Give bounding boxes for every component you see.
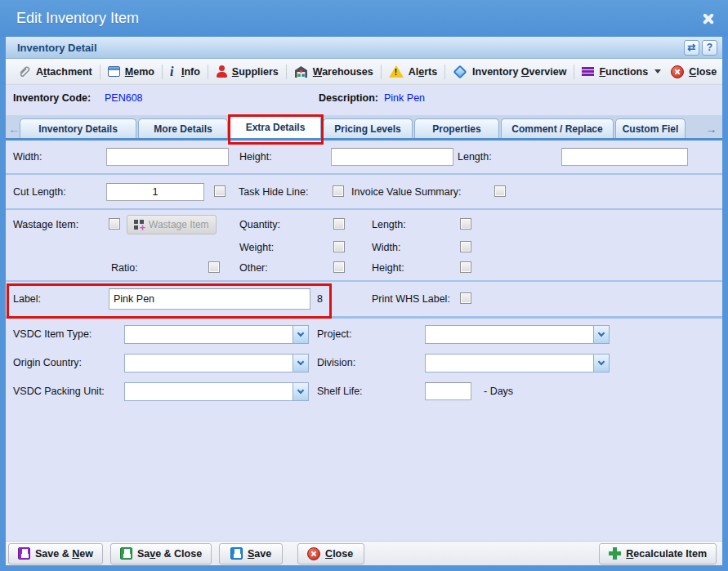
save-and-close-button[interactable]: Save & Close: [110, 543, 212, 564]
print-whs-label-label: Print WHS Label:: [372, 293, 450, 305]
chevron-down-icon: [293, 326, 308, 343]
wastage-item-label: Wastage Item:: [13, 219, 78, 230]
tab-pricing-levels[interactable]: Pricing Levels: [323, 118, 413, 138]
tab-inventory-details[interactable]: Inventory Details: [20, 118, 136, 138]
width-label: Width:: [13, 151, 42, 163]
refresh-button[interactable]: [684, 40, 699, 56]
description-label: Description:: [319, 92, 378, 104]
close-icon: [307, 547, 320, 560]
selects-block: VSDC Item Type: Project: Origin Country:…: [6, 319, 722, 410]
tab-scroll-right-button[interactable]: [704, 122, 718, 136]
description-value: Pink Pen: [384, 92, 425, 104]
dialog-frame: Inventory Detail Attachment Memo: [6, 37, 722, 565]
toolbar-separator: [444, 65, 445, 79]
extra-details-panel: Width: Height: Length: Cut Length: Task …: [6, 141, 722, 541]
quantity-checkbox[interactable]: [333, 218, 345, 230]
label-label: Label:: [13, 293, 41, 305]
other-label: Other:: [239, 262, 268, 274]
vsdc-item-type-select[interactable]: [124, 325, 309, 344]
toolbar-item-warehouses[interactable]: Warehouses: [289, 63, 378, 80]
cut-length-input[interactable]: [106, 183, 204, 201]
project-select[interactable]: [425, 325, 610, 344]
label-row: Label: 8 Print WHS Label:: [6, 282, 722, 319]
toolbar-item-alerts[interactable]: Alerts: [384, 63, 442, 80]
print-whs-label-checkbox[interactable]: [460, 292, 471, 304]
toolbar-item-label: Alerts: [409, 66, 437, 78]
panel-header-buttons: [684, 40, 717, 56]
diamond-icon: [453, 65, 467, 78]
wastage-item-checkbox[interactable]: [109, 218, 120, 230]
toolbar-item-info[interactable]: Info: [165, 64, 205, 80]
button-label: Close: [325, 548, 353, 560]
panel-header: Inventory Detail: [6, 37, 722, 59]
green-floppy-icon: [120, 547, 132, 560]
tab-extra-details[interactable]: Extra Details: [230, 115, 321, 138]
save-button[interactable]: Save: [219, 543, 283, 564]
wastage-item-button[interactable]: Wastage Item: [127, 215, 217, 234]
close-button[interactable]: Close: [297, 543, 364, 564]
weight-checkbox[interactable]: [333, 241, 345, 252]
toolbar-close-button[interactable]: Close: [666, 63, 721, 81]
height-label: Height:: [239, 151, 272, 163]
ratio-checkbox[interactable]: [208, 261, 220, 273]
chevron-down-icon: [293, 383, 308, 400]
vsdc-packing-unit-label: VSDC Packing Unit:: [13, 386, 105, 397]
suppliers-icon: [216, 65, 227, 78]
cut-length-label: Cut Length:: [13, 186, 66, 198]
wastage-height-label: Height:: [372, 262, 404, 274]
width-input[interactable]: [106, 148, 229, 166]
wastage-length-checkbox[interactable]: [460, 218, 471, 230]
toolbar-item-suppliers[interactable]: Suppliers: [211, 63, 284, 80]
other-checkbox[interactable]: [333, 261, 345, 273]
toolbar-item-functions[interactable]: Functions: [577, 64, 666, 80]
division-select[interactable]: [425, 354, 610, 372]
invoice-value-summary-checkbox[interactable]: [494, 185, 506, 197]
vsdc-packing-unit-select[interactable]: [124, 382, 309, 401]
titlebar: Edit Inventory Item: [0, 0, 728, 37]
length-input[interactable]: [561, 148, 688, 166]
toolbar-item-memo[interactable]: Memo: [103, 64, 159, 80]
warehouses-icon: [294, 65, 308, 78]
alert-triangle-icon: [389, 65, 404, 78]
task-hide-line-checkbox[interactable]: [333, 185, 344, 197]
toolbar-separator: [574, 65, 574, 79]
tab-properties[interactable]: Properties: [414, 118, 499, 138]
shelf-life-input[interactable]: [425, 382, 471, 400]
wastage-row: Wastage Item: Wastage Item Quantity: Len…: [6, 210, 722, 282]
toolbar-item-inventory-overview[interactable]: Inventory Overview: [448, 64, 571, 80]
dimensions-row: Width: Height: Length:: [6, 141, 722, 175]
origin-country-label: Origin Country:: [13, 357, 82, 368]
inventory-code-label: Inventory Code:: [13, 92, 91, 104]
toolbar-item-label: Warehouses: [313, 66, 373, 78]
panel-title: Inventory Detail: [17, 42, 97, 54]
tab-strip: Inventory Details More Details Extra Det…: [6, 110, 722, 141]
project-label: Project:: [317, 328, 351, 340]
window-close-icon[interactable]: [700, 11, 717, 27]
close-icon: [671, 65, 684, 78]
tab-more-details[interactable]: More Details: [138, 118, 228, 138]
help-button[interactable]: [702, 40, 717, 56]
toolbar-item-attachment[interactable]: Attachment: [13, 63, 97, 81]
footer-bar: Save & New Save & Close Save Close Recal…: [6, 541, 722, 565]
toolbar-separator: [381, 65, 382, 79]
recalculate-item-button[interactable]: Recalculate Item: [599, 543, 717, 564]
chevron-down-icon: [654, 69, 661, 74]
toolbar-separator: [100, 65, 100, 79]
toolbar-item-label: Functions: [599, 66, 648, 78]
tab-comment-replace[interactable]: Comment / Replace: [501, 118, 614, 138]
window-title: Edit Inventory Item: [16, 10, 139, 27]
wastage-height-checkbox[interactable]: [460, 261, 471, 273]
origin-country-select[interactable]: [124, 354, 309, 372]
invoice-value-summary-label: Invoice Value Summary:: [351, 186, 462, 198]
height-input[interactable]: [331, 148, 453, 166]
tab-custom-fields[interactable]: Custom Fiel: [615, 118, 686, 138]
save-and-new-button[interactable]: Save & New: [8, 543, 103, 564]
info-icon: [170, 66, 176, 78]
toolbar-item-label: Memo: [125, 66, 154, 78]
label-input[interactable]: [109, 288, 310, 310]
wastage-width-checkbox[interactable]: [460, 241, 471, 252]
cut-length-checkbox[interactable]: [214, 185, 226, 197]
memo-icon: [108, 66, 120, 77]
toolbar-separator: [162, 65, 163, 79]
wastage-length-label: Length:: [372, 219, 406, 230]
